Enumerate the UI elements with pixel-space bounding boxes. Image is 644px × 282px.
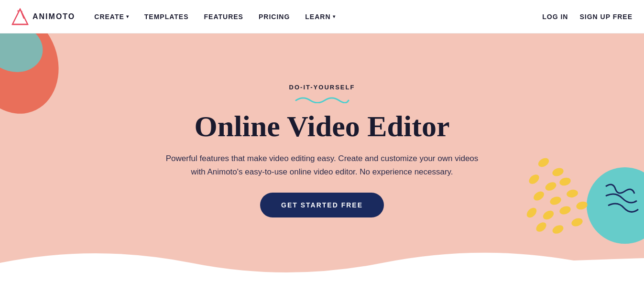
logo-text: ANIMOTO <box>33 12 75 21</box>
svg-point-16 <box>566 189 579 198</box>
svg-point-7 <box>0 33 48 78</box>
wavy-underline-decoration <box>294 95 351 103</box>
nav-item-learn[interactable]: LEARN ▾ <box>305 13 335 21</box>
svg-point-20 <box>575 200 588 211</box>
animoto-logo-icon <box>11 8 29 25</box>
svg-point-9 <box>537 156 551 169</box>
svg-point-13 <box>558 176 571 187</box>
logo[interactable]: ANIMOTO <box>11 8 75 25</box>
nav-right: LOG IN SIGN UP FREE <box>542 13 633 21</box>
svg-point-19 <box>558 205 572 216</box>
svg-point-12 <box>544 181 558 193</box>
nav-item-create[interactable]: CREATE ▾ <box>94 13 129 21</box>
hero-subtitle: DO-IT-YOURSELF <box>160 84 485 91</box>
login-button[interactable]: LOG IN <box>542 13 568 21</box>
svg-point-4 <box>20 9 21 10</box>
teal-blob-left-decoration <box>0 33 67 91</box>
cta-button[interactable]: GET STARTED FREE <box>260 193 384 217</box>
hero-title: Online Video Editor <box>160 110 485 142</box>
nav-item-pricing[interactable]: PRICING <box>259 13 290 21</box>
svg-point-17 <box>525 206 538 219</box>
nav-links: CREATE ▾ TEMPLATES FEATURES PRICING LEAR… <box>94 13 542 21</box>
nav-item-templates[interactable]: TEMPLATES <box>144 13 189 21</box>
svg-point-11 <box>527 173 541 186</box>
navbar: ANIMOTO CREATE ▾ TEMPLATES FEATURES PRIC… <box>0 0 644 33</box>
chevron-down-icon: ▾ <box>126 14 129 19</box>
svg-marker-0 <box>12 9 28 24</box>
svg-point-10 <box>551 166 565 177</box>
hero-description: Powerful features that make video editin… <box>160 152 485 178</box>
hero-wave-bottom <box>0 244 644 282</box>
hero-section: DO-IT-YOURSELF Online Video Editor Power… <box>0 33 644 282</box>
svg-point-22 <box>551 224 565 236</box>
svg-point-21 <box>535 220 548 234</box>
nav-item-features[interactable]: FEATURES <box>204 13 243 21</box>
chevron-down-icon: ▾ <box>333 14 336 19</box>
svg-point-5 <box>22 11 23 12</box>
yellow-dots-decoration <box>524 153 620 239</box>
svg-point-3 <box>17 10 19 12</box>
svg-line-2 <box>20 9 24 19</box>
svg-point-23 <box>570 217 584 228</box>
svg-point-15 <box>549 195 562 206</box>
hero-content: DO-IT-YOURSELF Online Video Editor Power… <box>160 84 485 232</box>
signup-button[interactable]: SIGN UP FREE <box>579 13 633 21</box>
svg-point-14 <box>532 190 546 203</box>
svg-point-18 <box>542 209 556 221</box>
